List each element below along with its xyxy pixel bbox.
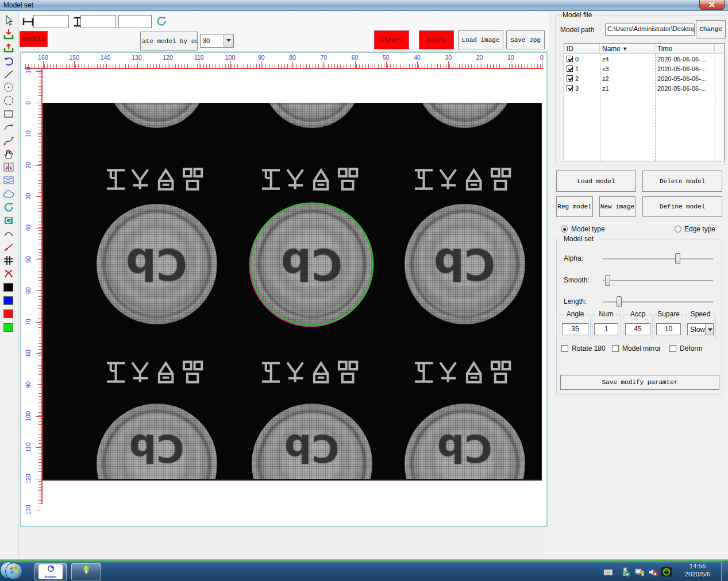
angle-input[interactable] <box>118 15 152 28</box>
draw-ellipse-icon[interactable] <box>2 94 16 107</box>
speed-dropdown-arrow-icon[interactable] <box>705 324 713 335</box>
draw-line-icon[interactable] <box>2 68 16 81</box>
alpha-slider-thumb[interactable] <box>675 253 680 264</box>
wave-tool-icon[interactable] <box>2 174 16 187</box>
pan-hand-icon[interactable] <box>2 148 16 161</box>
keyboard-tray-icon[interactable] <box>603 567 613 576</box>
num-field[interactable]: 1 <box>594 323 618 335</box>
color-swatch-red[interactable] <box>3 309 13 318</box>
coin[interactable]: Cb <box>405 404 525 479</box>
speed-select[interactable]: Slow <box>687 323 714 335</box>
import-model-icon[interactable] <box>2 28 16 41</box>
v-ruler-label: 50 <box>25 253 32 266</box>
edge-count-select[interactable]: 30 <box>200 34 234 48</box>
angle-field[interactable]: 35 <box>562 323 588 335</box>
coin[interactable] <box>416 103 514 128</box>
width-input[interactable] <box>33 15 69 28</box>
load-model-button[interactable]: Load model <box>556 171 636 192</box>
supare-field[interactable]: 10 <box>656 323 681 335</box>
height-input[interactable] <box>80 15 116 28</box>
create-model-by-edge-button[interactable]: ate model by ed <box>140 32 198 51</box>
coin[interactable]: Cb <box>252 404 372 479</box>
load-image-button[interactable]: Load image <box>458 30 503 49</box>
color-swatch-blue[interactable] <box>3 296 13 305</box>
row-checkbox[interactable] <box>567 85 573 91</box>
clear1-button[interactable]: Clear1 <box>374 30 409 49</box>
model-path-field[interactable]: C:\Users\Administrator\Desktop <box>605 24 695 36</box>
select-cursor-icon[interactable] <box>2 14 16 28</box>
work-canvas[interactable]: 1601501401301201101009080706050403020100… <box>20 52 548 527</box>
taskbar-app-trocen[interactable]: trocen <box>34 563 67 580</box>
taskbar-clock[interactable]: 14:56 2020/5/6 <box>678 562 717 579</box>
edge-type-radio[interactable] <box>675 226 681 233</box>
model1-button[interactable]: Model1 <box>20 31 48 47</box>
save-jpg-button[interactable]: Save Jpg <box>506 30 545 49</box>
length-slider-thumb[interactable] <box>617 296 622 307</box>
arc-tool-icon[interactable] <box>2 227 16 241</box>
coin[interactable]: Cb <box>405 204 525 324</box>
alpha-slider-track[interactable] <box>603 258 713 259</box>
table-row[interactable]: 1z32020-05-06-06-... <box>564 64 724 73</box>
define-model-button[interactable]: Define model <box>642 196 722 217</box>
col-header-id[interactable]: ID <box>564 44 600 53</box>
close-button[interactable] <box>699 0 725 10</box>
reg-model-button[interactable]: Reg model <box>556 196 593 217</box>
col-header-name[interactable]: Name▼ <box>600 44 655 53</box>
smooth-slider-track[interactable] <box>603 280 713 281</box>
detected-coin[interactable]: Cb <box>252 204 372 324</box>
draw-bezier-icon[interactable] <box>2 134 16 148</box>
coin[interactable]: Cb <box>97 404 217 479</box>
camera-image[interactable]: CbCbCbCbCbCb <box>43 103 542 479</box>
col-header-time[interactable]: Time <box>655 44 715 53</box>
table-row[interactable]: 3z12020-05-06-06-... <box>564 83 724 93</box>
undo-icon[interactable] <box>2 55 16 68</box>
refresh-icon[interactable] <box>155 15 168 28</box>
draw-arc-icon[interactable] <box>2 121 16 134</box>
color-swatch-green[interactable] <box>3 323 13 332</box>
supare-group: Supare 10 <box>654 314 683 339</box>
taskbar-app-coreldraw[interactable] <box>71 563 101 580</box>
draw-rectangle-icon[interactable] <box>2 107 16 121</box>
rotate-tool-icon[interactable] <box>2 201 16 214</box>
coin[interactable] <box>108 103 206 128</box>
row-checkbox[interactable] <box>567 56 573 62</box>
start-button[interactable] <box>5 563 22 580</box>
node-edit-tool-icon[interactable] <box>2 241 16 254</box>
draw-circle-icon[interactable] <box>2 81 16 94</box>
h-ruler-label: 150 <box>66 54 83 61</box>
mirror-tool-icon[interactable] <box>2 161 16 174</box>
save-modify-parameter-button[interactable]: Save modify paramter <box>560 375 719 390</box>
v-ruler-major-tick <box>36 71 41 72</box>
dropdown-arrow-icon[interactable] <box>224 34 233 47</box>
coin[interactable]: Cb <box>97 204 217 324</box>
accp-field[interactable]: 45 <box>625 323 650 335</box>
delete-model-button[interactable]: Delete model <box>642 171 722 192</box>
rotate-selection-tool-icon[interactable] <box>2 214 16 227</box>
volume-muted-tray-icon[interactable] <box>648 567 658 576</box>
delete-tool-icon[interactable] <box>2 268 16 281</box>
edge1-button[interactable]: Edge1 <box>419 30 454 49</box>
new-image-button[interactable]: New image <box>599 196 635 217</box>
change-path-button[interactable]: Change <box>696 20 726 38</box>
model-table[interactable]: ID Name▼ Time 0z42020-05-06-06-...1z3202… <box>564 43 725 161</box>
show-desktop-button[interactable] <box>721 561 728 581</box>
coin[interactable] <box>263 103 361 128</box>
outline-tool-icon[interactable] <box>2 188 16 201</box>
deform-checkbox[interactable] <box>669 345 676 352</box>
table-row[interactable]: 0z42020-05-06-06-... <box>564 54 724 64</box>
export-model-icon[interactable] <box>2 41 16 54</box>
v-ruler-label: 110 <box>25 440 32 454</box>
smooth-slider-thumb[interactable] <box>605 275 610 286</box>
model-type-radio[interactable] <box>561 226 568 233</box>
usb-device-tray-icon[interactable] <box>621 567 630 576</box>
nvidia-tray-icon[interactable] <box>661 566 672 578</box>
network-warning-tray-icon[interactable] <box>635 567 645 576</box>
row-checkbox[interactable] <box>567 65 573 72</box>
edge-type-label: Edge type <box>684 225 715 233</box>
model-mirror-checkbox[interactable] <box>612 345 619 352</box>
color-swatch-black[interactable] <box>3 283 13 292</box>
row-checkbox[interactable] <box>567 75 573 82</box>
grid-tool-icon[interactable] <box>2 254 16 268</box>
rotate-180-checkbox[interactable] <box>561 345 568 352</box>
table-row[interactable]: 2z22020-05-06-06-... <box>564 73 724 83</box>
